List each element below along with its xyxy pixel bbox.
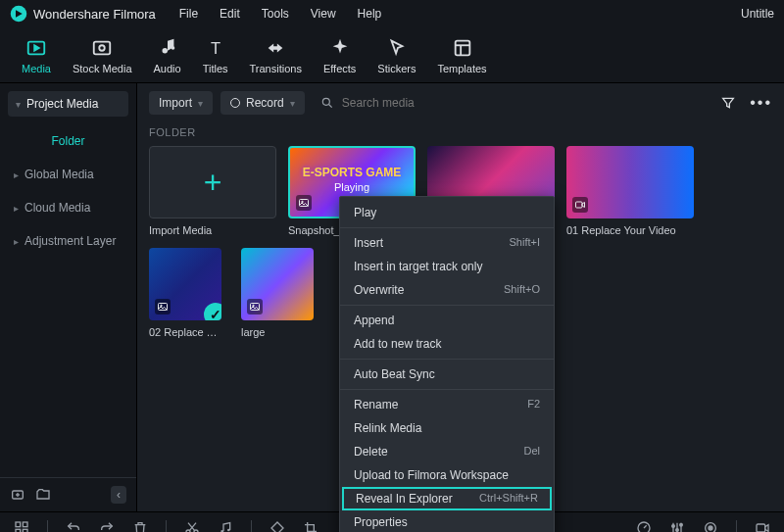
- undo-icon[interactable]: [66, 520, 81, 533]
- project-media-toggle[interactable]: ▾ Project Media: [8, 91, 128, 117]
- chevron-down-icon: ▾: [198, 98, 203, 109]
- svg-point-35: [676, 528, 679, 531]
- svg-rect-2: [94, 42, 111, 55]
- svg-point-12: [322, 98, 329, 105]
- svg-rect-21: [16, 522, 21, 527]
- menu-bar: File Edit Tools View Help: [179, 7, 382, 21]
- sidebar-adjustment-layer[interactable]: ▸Adjustment Layer: [0, 224, 136, 258]
- ctx-relink[interactable]: Relink Media: [340, 416, 554, 440]
- redo-icon[interactable]: [99, 520, 115, 533]
- tool-transitions[interactable]: Transitions: [250, 37, 302, 74]
- ctx-reveal-explorer[interactable]: Reveal In ExplorerCtrl+Shift+R: [342, 487, 552, 510]
- search-icon: [320, 96, 334, 110]
- media-card-replace-photo[interactable]: ✓ 02 Replace Your Photo: [149, 248, 221, 338]
- content-toolbar: Import▾ Record▾ •••: [137, 83, 784, 122]
- svg-point-38: [709, 526, 712, 530]
- app-logo: Wondershare Filmora: [10, 5, 156, 23]
- ctx-upload[interactable]: Upload to Filmora Workspace: [340, 463, 554, 487]
- ribbon-toolbar: Media Stock Media Audio T Titles Transit…: [0, 27, 784, 83]
- record-dropdown[interactable]: Record▾: [220, 91, 305, 115]
- svg-rect-39: [757, 524, 765, 532]
- chevron-right-icon: ▸: [14, 203, 19, 214]
- folder-header: FOLDER: [137, 122, 784, 146]
- sidebar: ▾ Project Media Folder ▸Global Media ▸Cl…: [0, 83, 137, 511]
- ctx-properties[interactable]: Properties: [340, 510, 554, 532]
- ctx-insert-target[interactable]: Insert in target track only: [340, 255, 554, 278]
- filmora-logo-icon: [10, 5, 27, 23]
- tool-stickers[interactable]: Stickers: [377, 37, 416, 74]
- crop-icon[interactable]: [303, 520, 318, 533]
- separator: [47, 520, 48, 533]
- svg-point-3: [99, 45, 105, 51]
- chevron-down-icon: ▾: [290, 98, 295, 109]
- filter-icon[interactable]: [720, 95, 736, 111]
- effects-icon: [329, 37, 351, 59]
- menu-edit[interactable]: Edit: [220, 7, 240, 21]
- sidebar-collapse-icon[interactable]: ‹: [111, 486, 126, 504]
- tool-titles[interactable]: T Titles: [203, 37, 228, 74]
- ctx-insert[interactable]: InsertShift+I: [340, 231, 554, 255]
- image-type-icon: [247, 299, 263, 314]
- new-bin-icon[interactable]: [10, 487, 25, 503]
- record-icon: [230, 98, 240, 108]
- cut-icon[interactable]: [184, 520, 200, 533]
- tag-icon[interactable]: [270, 520, 285, 533]
- stock-icon: [91, 37, 113, 59]
- new-folder-icon[interactable]: [35, 487, 51, 503]
- layout-icon[interactable]: [14, 520, 29, 533]
- titles-icon: T: [205, 37, 226, 59]
- svg-text:T: T: [211, 39, 220, 57]
- tool-templates[interactable]: Templates: [437, 37, 486, 74]
- separator: [340, 227, 554, 228]
- separator: [340, 359, 554, 360]
- sidebar-folder[interactable]: Folder: [0, 124, 136, 158]
- menu-file[interactable]: File: [179, 7, 198, 21]
- svg-rect-22: [23, 522, 27, 527]
- import-card[interactable]: + Import Media: [149, 146, 276, 236]
- transitions-icon: [265, 37, 286, 59]
- ctx-play[interactable]: Play: [340, 201, 554, 224]
- tool-effects[interactable]: Effects: [323, 37, 356, 74]
- adjust-icon[interactable]: [669, 520, 685, 533]
- svg-point-36: [680, 523, 683, 526]
- more-icon[interactable]: •••: [750, 94, 772, 112]
- ctx-rename[interactable]: RenameF2: [340, 393, 554, 416]
- media-card-replace-video[interactable]: 01 Replace Your Video: [566, 146, 694, 236]
- svg-point-4: [171, 46, 174, 50]
- menu-view[interactable]: View: [311, 7, 336, 21]
- search-wrap: [313, 96, 712, 110]
- tool-audio[interactable]: Audio: [154, 37, 181, 74]
- stickers-icon: [386, 37, 408, 59]
- tool-media[interactable]: Media: [22, 37, 51, 74]
- sidebar-cloud-media[interactable]: ▸Cloud Media: [0, 191, 136, 224]
- sidebar-global-media[interactable]: ▸Global Media: [0, 158, 136, 191]
- music-icon[interactable]: [218, 520, 233, 533]
- chevron-down-icon: ▾: [16, 99, 21, 110]
- audio-icon: [157, 37, 178, 59]
- record-icon[interactable]: [703, 520, 718, 533]
- ctx-delete[interactable]: DeleteDel: [340, 440, 554, 463]
- menu-help[interactable]: Help: [358, 7, 382, 21]
- menu-tools[interactable]: Tools: [262, 7, 289, 21]
- chevron-right-icon: ▸: [14, 169, 19, 180]
- doc-title: Untitle: [741, 7, 774, 21]
- separator: [340, 305, 554, 306]
- render-icon[interactable]: [755, 520, 770, 533]
- check-icon: ✓: [204, 303, 221, 320]
- ctx-add-track[interactable]: Add to new track: [340, 332, 554, 356]
- app-name: Wondershare Filmora: [33, 7, 156, 22]
- tool-stock-media[interactable]: Stock Media: [73, 37, 132, 74]
- ctx-overwrite[interactable]: OverwriteShift+O: [340, 278, 554, 302]
- separator: [736, 520, 737, 533]
- delete-icon[interactable]: [132, 520, 148, 533]
- image-type-icon: [155, 299, 171, 314]
- search-input[interactable]: [342, 96, 538, 110]
- ctx-autobeat[interactable]: Auto Beat Sync: [340, 363, 554, 386]
- media-card-large[interactable]: large: [241, 248, 314, 338]
- import-dropdown[interactable]: Import▾: [149, 91, 213, 115]
- image-type-icon: [296, 195, 312, 211]
- separator: [340, 389, 554, 390]
- speed-icon[interactable]: [636, 520, 652, 533]
- chevron-right-icon: ▸: [14, 236, 19, 247]
- ctx-append[interactable]: Append: [340, 309, 554, 332]
